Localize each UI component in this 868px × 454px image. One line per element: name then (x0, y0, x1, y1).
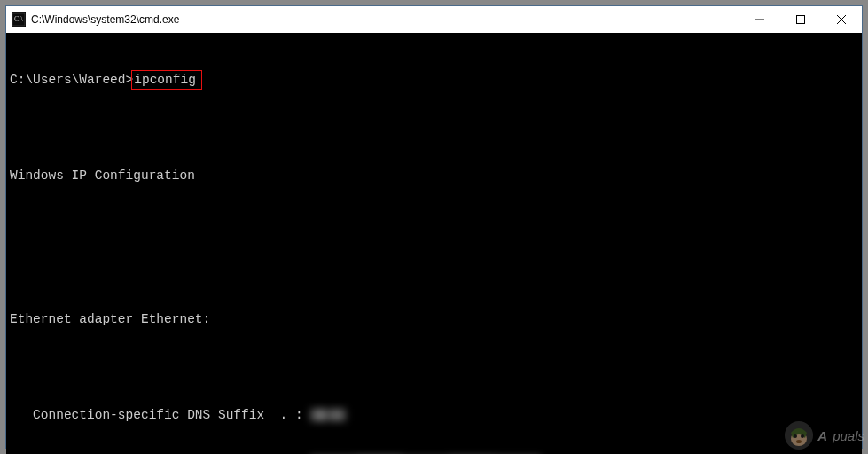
svg-line-5 (837, 15, 846, 24)
svg-point-10 (801, 434, 804, 438)
svg-rect-4 (797, 16, 805, 24)
label: Connection-specific DNS Suffix . : (10, 407, 303, 423)
window-title: C:\Windows\system32\cmd.exe (31, 13, 179, 26)
terminal-output[interactable]: C:\Users\Wareed>ipconfig Windows IP Conf… (6, 33, 862, 454)
watermark: Apuals (784, 420, 864, 450)
dns-suffix-row: Connection-specific DNS Suffix . : (10, 407, 858, 423)
blank-line (10, 263, 858, 279)
titlebar[interactable]: C:\ C:\Windows\system32\cmd.exe (6, 6, 862, 33)
prompt-text: C:\Users\Wareed> (10, 72, 133, 88)
svg-line-6 (837, 15, 846, 24)
cmd-icon: C:\ (12, 12, 26, 27)
mascot-icon (784, 420, 814, 450)
adapter-header: Ethernet adapter Ethernet: (10, 311, 858, 327)
redacted-value (303, 407, 311, 423)
command-highlight: ipconfig (131, 70, 202, 90)
blank-line (10, 215, 858, 231)
maximize-button[interactable] (780, 6, 821, 33)
blurred-value (310, 409, 346, 421)
config-header: Windows IP Configuration (10, 168, 858, 184)
watermark-text: Apuals (817, 428, 864, 443)
minimize-button[interactable] (739, 6, 780, 33)
close-button[interactable] (821, 6, 862, 33)
cmd-window: C:\ C:\Windows\system32\cmd.exe C:\Users… (5, 5, 863, 449)
blank-line (10, 359, 858, 375)
svg-point-9 (794, 434, 797, 438)
svg-point-11 (796, 440, 802, 443)
svg-text:C:\: C:\ (14, 15, 24, 23)
prompt-line: C:\Users\Wareed>ipconfig (10, 72, 858, 88)
blank-line (10, 120, 858, 136)
